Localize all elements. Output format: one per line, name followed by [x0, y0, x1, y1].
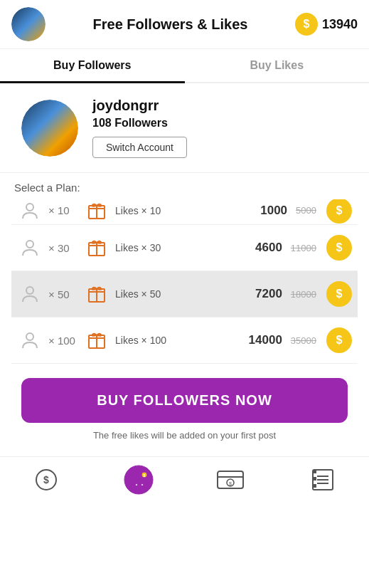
- bottom-nav-cart[interactable]: $: [121, 464, 156, 495]
- plan-orig-30: 11000: [291, 243, 316, 253]
- buy-now-section: BUY FOLLOWERS NOW The free likes will be…: [0, 364, 369, 449]
- svg-text:$: $: [43, 474, 49, 485]
- plan-row-100: × 100 Likes × 100 14000 35000 $: [11, 317, 358, 364]
- bottom-nav-list[interactable]: [305, 464, 341, 495]
- plan-multiplier-partial: × 10: [48, 204, 78, 216]
- svg-text:$: $: [143, 473, 145, 478]
- plan-multiplier-30: × 30: [48, 242, 78, 254]
- app-title: Free Followers & Likes: [46, 16, 295, 33]
- plan-likes-30: Likes × 30: [115, 242, 250, 253]
- bottom-nav-coins[interactable]: $: [28, 464, 64, 495]
- gift-icon-partial: [84, 199, 109, 224]
- plan-price-partial: 1000: [260, 204, 287, 218]
- svg-point-20: [141, 484, 143, 486]
- select-plan-label: Select a Plan:: [11, 182, 358, 194]
- plan-row-50: × 50 Likes × 50 7200 18000 $: [11, 271, 358, 317]
- coin-icon: $: [295, 13, 318, 36]
- svg-rect-32: [313, 477, 316, 481]
- svg-text:$: $: [229, 481, 232, 486]
- buy-followers-now-button[interactable]: BUY FOLLOWERS NOW: [21, 378, 348, 423]
- switch-account-button[interactable]: Switch Account: [92, 137, 187, 158]
- plan-likes-100: Likes × 100: [115, 335, 243, 346]
- svg-rect-31: [313, 470, 316, 473]
- plan-buy-btn-30[interactable]: $: [326, 235, 352, 261]
- plan-orig-100: 35000: [291, 335, 316, 346]
- svg-point-4: [26, 241, 33, 248]
- coin-balance: $ 13940: [295, 13, 358, 36]
- profile-section: joydongrr 108 Followers Switch Account: [0, 83, 369, 173]
- tab-bar: Buy Followers Buy Likes: [0, 49, 369, 83]
- gift-icon-50: [84, 281, 109, 307]
- svg-point-18: [124, 466, 153, 494]
- svg-point-19: [135, 484, 137, 486]
- plan-likes-50: Likes × 50: [115, 288, 250, 300]
- avatar: [21, 100, 78, 157]
- svg-point-12: [26, 333, 33, 340]
- svg-point-0: [26, 204, 33, 211]
- bottom-nav: $ $ $: [0, 456, 369, 503]
- followers-count: 108 Followers: [92, 117, 348, 130]
- plan-buy-btn-partial[interactable]: $: [326, 199, 352, 224]
- plan-buy-btn-50[interactable]: $: [326, 281, 352, 307]
- gift-icon-100: [84, 327, 109, 353]
- svg-rect-33: [313, 484, 316, 488]
- person-icon-30: [17, 235, 43, 261]
- gift-icon-30: [84, 235, 109, 261]
- bottom-nav-payment[interactable]: $: [213, 464, 248, 495]
- plan-orig-partial: 5000: [296, 205, 316, 216]
- coin-amount: 13940: [322, 17, 358, 32]
- plan-likes-partial: Likes × 10: [115, 205, 255, 216]
- app-logo: [11, 7, 46, 41]
- person-icon: [17, 199, 43, 224]
- app-header: Free Followers & Likes $ 13940: [0, 0, 369, 49]
- plan-multiplier-50: × 50: [48, 288, 78, 300]
- tab-buy-likes[interactable]: Buy Likes: [185, 49, 370, 82]
- tab-buy-followers[interactable]: Buy Followers: [0, 49, 185, 82]
- plan-buy-btn-100[interactable]: $: [326, 327, 352, 353]
- person-icon-50: [17, 281, 43, 307]
- buy-note: The free likes will be added on your fir…: [21, 430, 348, 441]
- plan-multiplier-100: × 100: [48, 335, 78, 347]
- plan-row-partial: × 10 Likes × 10 1000 5000 $: [11, 199, 358, 225]
- username: joydongrr: [92, 98, 348, 114]
- plan-price-30: 4600: [255, 241, 282, 255]
- plans-section: Select a Plan: × 10 Likes × 10 1000 5000…: [0, 173, 369, 364]
- plan-price-50: 7200: [255, 287, 282, 301]
- plan-price-100: 14000: [249, 333, 282, 347]
- profile-info: joydongrr 108 Followers Switch Account: [92, 98, 348, 158]
- person-icon-100: [17, 327, 43, 353]
- plan-orig-50: 18000: [291, 289, 316, 300]
- svg-point-8: [26, 287, 33, 294]
- plan-row-30: × 30 Likes × 30 4600 11000 $: [11, 225, 358, 271]
